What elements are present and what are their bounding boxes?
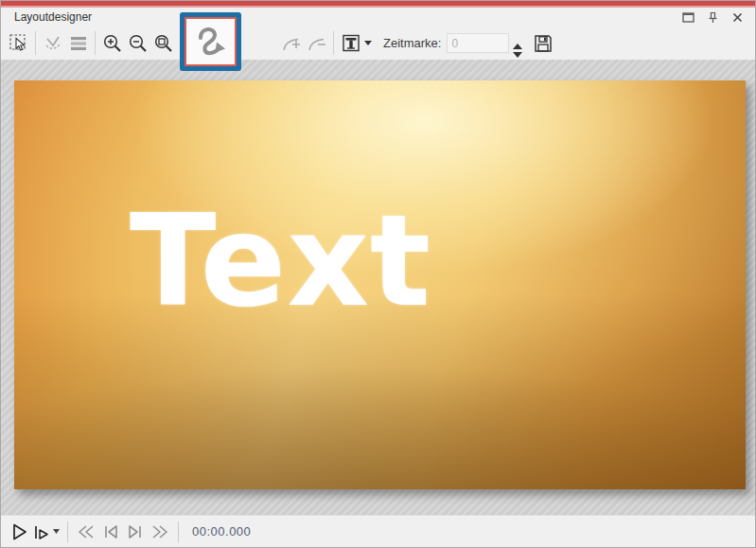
- save-button[interactable]: [530, 30, 555, 56]
- playbar-separator: [178, 521, 179, 542]
- layers-icon: [67, 32, 90, 55]
- titlebar: Layoutdesigner: [1, 8, 755, 27]
- play-from-position-icon: [32, 522, 51, 541]
- text-marker-icon: [340, 32, 362, 55]
- edit-curve-icon: [42, 32, 64, 55]
- pin-icon: [707, 11, 719, 24]
- zeitmarke-spinner: [513, 36, 522, 50]
- spinner-down-icon: [513, 52, 522, 58]
- canvas-overlay-text[interactable]: Text: [130, 186, 431, 336]
- close-button[interactable]: [729, 9, 746, 25]
- chevron-down-icon: [53, 529, 60, 534]
- zeitmarke-input[interactable]: [447, 33, 509, 53]
- window-controls: [679, 9, 746, 25]
- window-title: Layoutdesigner: [14, 10, 92, 24]
- layers-button[interactable]: [65, 30, 91, 56]
- add-curve-point-button[interactable]: [278, 30, 304, 56]
- next-frame-button[interactable]: [123, 520, 148, 544]
- select-tool-button[interactable]: [6, 30, 31, 56]
- play-button[interactable]: [7, 520, 31, 544]
- fast-forward-button[interactable]: [148, 520, 172, 544]
- play-icon: [9, 521, 29, 542]
- workspace: Text: [1, 60, 755, 517]
- rewind-icon: [76, 522, 97, 541]
- rewind-button[interactable]: [74, 520, 98, 544]
- zoom-out-icon: [127, 32, 149, 55]
- zoom-in-button[interactable]: [99, 30, 125, 56]
- play-from-position-button[interactable]: [31, 520, 52, 544]
- toolbar-separator: [333, 31, 334, 55]
- text-marker-dropdown[interactable]: [364, 41, 372, 45]
- remove-curve-point-button[interactable]: [304, 30, 329, 56]
- playbar-separator: [67, 521, 68, 542]
- spinner-up-button[interactable]: [513, 36, 522, 42]
- close-icon: [732, 12, 743, 23]
- toolbar: Zeitmarke:: [1, 27, 755, 60]
- zoom-in-icon: [101, 32, 124, 55]
- time-display: 00:00.000: [192, 524, 251, 539]
- spinner-down-button[interactable]: [513, 44, 522, 50]
- toolbar-separator: [35, 31, 36, 55]
- add-curve-point-icon: [280, 32, 303, 55]
- edit-curve-button[interactable]: [40, 30, 65, 56]
- remove-curve-point-icon: [306, 32, 328, 55]
- playback-bar: 00:00.000: [1, 515, 755, 547]
- layoutdesigner-window: Layoutdesigner: [0, 0, 756, 548]
- zoom-out-button[interactable]: [125, 30, 150, 56]
- maximize-button[interactable]: [679, 9, 696, 25]
- motion-path-tool-button[interactable]: [185, 17, 237, 66]
- previous-frame-button[interactable]: [98, 520, 123, 544]
- zoom-fit-icon: [152, 32, 175, 55]
- zeitmarke-label: Zeitmarke:: [383, 36, 441, 50]
- maximize-icon: [682, 12, 694, 23]
- select-tool-icon: [8, 32, 30, 55]
- zoom-fit-button[interactable]: [150, 30, 176, 56]
- text-marker-button[interactable]: [338, 30, 363, 56]
- preview-canvas[interactable]: Text: [14, 80, 746, 489]
- play-options-dropdown[interactable]: [53, 529, 60, 534]
- save-icon: [532, 32, 554, 55]
- next-frame-icon: [125, 522, 146, 541]
- previous-frame-icon: [100, 522, 121, 541]
- motion-path-tool-highlight[interactable]: [180, 12, 241, 71]
- chevron-down-icon: [364, 41, 372, 45]
- motion-path-icon: [191, 22, 231, 62]
- pin-button[interactable]: [704, 9, 721, 25]
- fast-forward-icon: [149, 522, 170, 541]
- toolbar-separator: [95, 31, 96, 55]
- accent-bar: [1, 1, 755, 8]
